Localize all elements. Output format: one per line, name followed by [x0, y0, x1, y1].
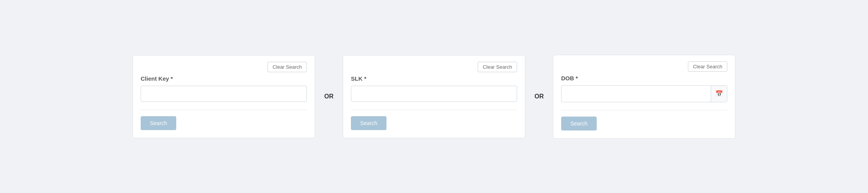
- slk-label: SLK *: [351, 75, 517, 82]
- or-divider-2: OR: [525, 93, 553, 100]
- slk-card: Clear Search SLK * Search: [343, 55, 525, 138]
- page-container: Clear Search Client Key * Search OR Clea…: [125, 47, 743, 146]
- search-button-1[interactable]: Search: [141, 116, 176, 130]
- calendar-icon: 📅: [715, 90, 723, 97]
- clear-search-button-1[interactable]: Clear Search: [267, 62, 307, 72]
- client-key-input[interactable]: [141, 86, 307, 102]
- client-key-label: Client Key *: [141, 75, 307, 82]
- search-panels: Clear Search Client Key * Search OR Clea…: [133, 55, 735, 139]
- search-button-2[interactable]: Search: [351, 116, 386, 130]
- clear-search-button-3[interactable]: Clear Search: [688, 61, 727, 72]
- date-input-wrapper: 📅: [561, 85, 727, 102]
- dob-input[interactable]: [562, 86, 711, 102]
- calendar-button[interactable]: 📅: [711, 86, 727, 102]
- card-header-3: Clear Search: [561, 61, 727, 72]
- search-button-3[interactable]: Search: [561, 117, 597, 130]
- card-footer-1: Search: [141, 110, 307, 130]
- dob-label: DOB *: [561, 75, 727, 81]
- clear-search-button-2[interactable]: Clear Search: [478, 62, 517, 72]
- or-divider-1: OR: [315, 93, 343, 100]
- slk-input[interactable]: [351, 86, 517, 102]
- card-header-1: Clear Search: [141, 62, 307, 72]
- card-footer-2: Search: [351, 110, 517, 130]
- card-header-2: Clear Search: [351, 62, 517, 72]
- card-footer-3: Search: [561, 110, 727, 130]
- client-key-card: Clear Search Client Key * Search: [133, 55, 315, 138]
- dob-card: Clear Search DOB * 📅 Search: [553, 55, 735, 139]
